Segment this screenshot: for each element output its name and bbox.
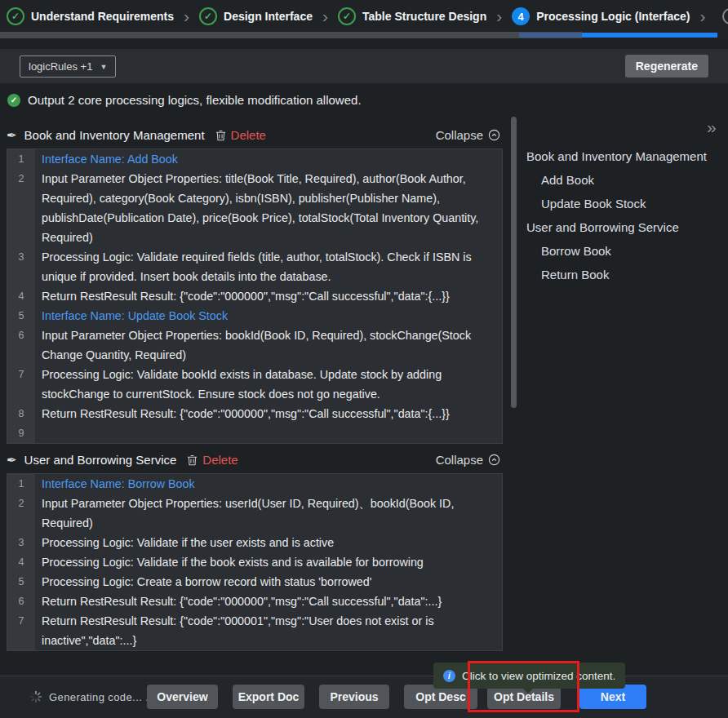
line-text: Processing Logic: Validate if the book e… [35, 552, 502, 572]
info-icon: i [443, 670, 455, 682]
spinner-icon [29, 690, 42, 703]
line-text: Processing Logic: Validate if the user e… [35, 533, 502, 552]
trash-icon [187, 454, 198, 466]
edit-pen-icon[interactable]: ✒ [7, 453, 17, 468]
line-number: 6 [7, 592, 35, 611]
wizard-stepper: ✓ Understand Requirements › ✓ Design Int… [0, 0, 728, 38]
line-text: Interface Name: Borrow Book [35, 474, 502, 494]
previous-button[interactable]: Previous [319, 685, 389, 709]
code-editor[interactable]: 1 Interface Name: Add Book 2 Input Param… [7, 148, 503, 444]
line-text: Interface Name: Update Book Stock [35, 306, 502, 326]
step-number-badge: 4 [512, 7, 530, 25]
editor-line: 6 Return RestResult Result: {"code":"000… [7, 592, 502, 611]
editor-line: 1 Interface Name: Borrow Book [7, 474, 502, 494]
rules-toolbar: logicRules +1 ▼ Regenerate [0, 49, 728, 83]
line-number: 4 [7, 552, 35, 572]
step-label: Understand Requirements [31, 10, 174, 23]
step-done-check-icon: ✓ [199, 7, 217, 25]
line-text: Return RestResult Result: {"code":"00000… [35, 286, 502, 306]
editor-line: 1 Interface Name: Add Book [7, 149, 502, 169]
step-design-interface[interactable]: ✓ Design Interface [199, 7, 313, 25]
collapse-button[interactable]: Collapse [436, 453, 500, 467]
line-number: 5 [7, 572, 35, 592]
step-label: Design Interface [224, 10, 313, 23]
editor-line: 2 Input Parameter Object Properties: tit… [7, 169, 502, 247]
optimize-tooltip: i Click to view optimized content. [433, 663, 625, 689]
line-number: 8 [7, 404, 35, 423]
line-number: 3 [7, 533, 35, 552]
line-text: Input Parameter Object Properties: title… [35, 169, 502, 247]
editor-line: 8 Return RestResult Result: {"code":"000… [7, 404, 502, 423]
chevron-separator-icon: › [496, 7, 502, 26]
line-number: 9 [7, 423, 35, 443]
line-text: Return RestResult Result: {"code":"00000… [35, 592, 502, 611]
collapse-label: Collapse [436, 453, 483, 467]
outline-item[interactable]: Add Book [526, 168, 722, 192]
editor-line: 6 Input Parameter Object Properties: boo… [7, 326, 502, 365]
main-scrollbar-thumb[interactable] [511, 117, 517, 408]
editor-line: 5 Interface Name: Update Book Stock [7, 306, 502, 326]
line-text: Return RestResult Result: {"code":"00000… [35, 611, 502, 650]
stepper-progress-overlap [519, 33, 582, 38]
success-check-icon: ✓ [7, 94, 20, 107]
outline-item[interactable]: Book and Inventory Management [526, 144, 722, 168]
line-text: Processing Logic: Validate bookId exists… [35, 365, 502, 404]
active-step-underline [582, 33, 717, 38]
collapse-circle-icon [488, 454, 500, 466]
editor-line: 5 Processing Logic: Create a borrow reco… [7, 572, 502, 592]
collapse-button[interactable]: Collapse [436, 128, 500, 142]
stepper-progress-track [0, 32, 582, 38]
line-number: 4 [7, 286, 35, 306]
delete-button[interactable]: Delete [187, 453, 237, 467]
editor-line: 7 Return RestResult Result: {"code":"000… [7, 611, 502, 650]
line-text: Input Parameter Object Properties: userI… [35, 494, 502, 533]
step-label: Table Structure Design [362, 10, 486, 23]
outline-item[interactable]: Return Book [526, 263, 722, 286]
section-header: ✒ Book and Inventory Management Delete C… [7, 122, 503, 148]
line-text: Input Parameter Object Properties: bookI… [35, 326, 502, 365]
delete-label: Delete [202, 453, 237, 467]
line-text: Interface Name: Add Book [35, 149, 502, 169]
step-label: Processing Logic (Interface) [536, 10, 690, 23]
editor-line: 4 Processing Logic: Validate if the book… [7, 552, 502, 572]
step-done-check-icon: ✓ [7, 7, 24, 25]
line-text: Return RestResult Result: {"code":"00000… [35, 404, 502, 423]
outline-item[interactable]: User and Borrowing Service [526, 215, 722, 239]
line-number: 1 [7, 149, 35, 169]
chevron-separator-icon: › [699, 7, 705, 26]
editor-line: 3 Processing Logic: Validate if the user… [7, 533, 502, 552]
step-understand-requirements[interactable]: ✓ Understand Requirements [7, 7, 174, 25]
line-number: 2 [7, 494, 35, 533]
panel-collapse-icon[interactable]: » [707, 117, 717, 137]
line-text [35, 423, 502, 443]
edit-pen-icon[interactable]: ✒ [7, 128, 17, 143]
output-notice: ✓ Output 2 core processing logics, flexi… [7, 93, 362, 107]
overview-button[interactable]: Overview [147, 685, 218, 709]
status-text: Generating code... ... [49, 691, 155, 703]
line-number: 3 [7, 247, 35, 286]
step-table-structure-design[interactable]: ✓ Table Structure Design [338, 7, 486, 25]
code-editor[interactable]: 1 Interface Name: Borrow Book 2 Input Pa… [7, 473, 503, 651]
section-header: ✒ User and Borrowing Service Delete Coll… [7, 446, 503, 473]
line-number: 2 [7, 169, 35, 247]
logic-rules-dropdown[interactable]: logicRules +1 ▼ [20, 55, 116, 78]
caret-down-icon: ▼ [100, 63, 107, 71]
regenerate-button[interactable]: Regenerate [625, 55, 708, 78]
line-number: 5 [7, 306, 35, 326]
collapse-circle-icon [488, 129, 500, 141]
delete-button[interactable]: Delete [215, 128, 266, 142]
generation-status: Generating code... ... [29, 685, 155, 709]
step-processing-logic-active[interactable]: 4 Processing Logic (Interface) [512, 7, 690, 25]
editor-line: 2 Input Parameter Object Properties: use… [7, 494, 502, 533]
line-number: 7 [7, 365, 35, 404]
notice-text: Output 2 core processing logics, flexibl… [28, 93, 362, 107]
outline-panel: Book and Inventory Management Add Book U… [526, 144, 722, 286]
outline-item[interactable]: Update Book Stock [526, 192, 722, 215]
editor-line: 9 [7, 423, 502, 443]
chevron-separator-icon: › [322, 7, 328, 26]
outline-item[interactable]: Borrow Book [526, 239, 722, 263]
logic-sections: ✒ Book and Inventory Management Delete C… [7, 122, 503, 654]
editor-line: 7 Processing Logic: Validate bookId exis… [7, 365, 502, 404]
export-doc-button[interactable]: Export Doc [233, 685, 304, 709]
editor-line: 4 Return RestResult Result: {"code":"000… [7, 286, 502, 306]
